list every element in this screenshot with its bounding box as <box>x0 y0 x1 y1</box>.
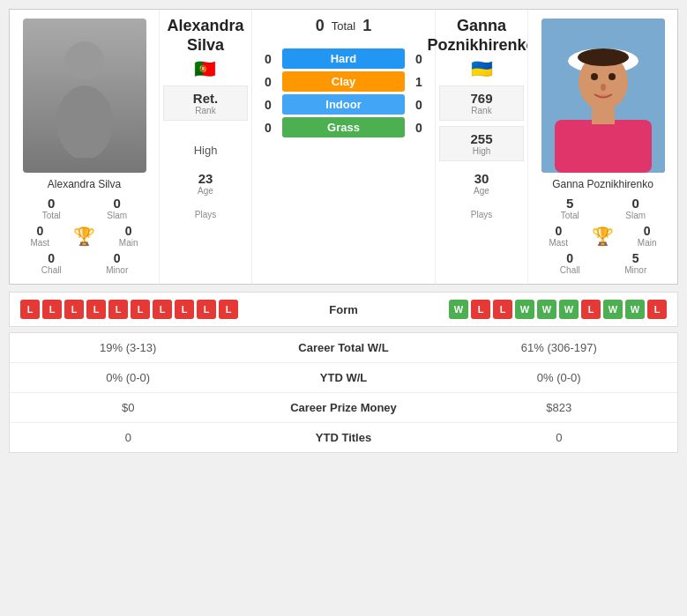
svg-point-5 <box>591 73 598 80</box>
right-minor-value: 5 <box>603 251 669 265</box>
surface-score-right: 0 <box>410 98 428 112</box>
form-badge: W <box>603 300 623 319</box>
surface-row: 0 Hard 0 <box>259 48 428 69</box>
stats-rows-container: 19% (3-13) Career Total W/L 61% (306-197… <box>10 333 677 452</box>
surface-score-left: 0 <box>259 75 277 89</box>
right-player-name: Ganna Poznikhirenko <box>552 178 653 190</box>
form-badge: L <box>493 300 512 319</box>
left-high-label: High <box>167 144 244 157</box>
right-total-label: Total <box>537 211 603 220</box>
left-player-name: Alexandra Silva <box>48 178 121 190</box>
form-badge: L <box>197 300 216 319</box>
surface-row: 0 Indoor 0 <box>259 94 428 115</box>
right-player-svg <box>541 19 665 173</box>
form-badge: W <box>625 300 645 319</box>
right-total-value: 5 <box>537 196 603 211</box>
form-badge: W <box>559 300 579 319</box>
stat-left-value: 0% (0-0) <box>10 363 247 392</box>
right-mast-cell: 0 Mast <box>549 224 568 248</box>
form-badge: L <box>175 300 194 319</box>
surface-score-right: 0 <box>410 121 428 135</box>
form-badge: W <box>515 300 534 319</box>
right-rank-value: 769 <box>444 91 519 106</box>
right-age-value: 30 <box>443 171 520 186</box>
right-slam-cell: 0 Slam <box>603 196 669 220</box>
svg-point-1 <box>56 85 113 158</box>
player-comparison-section: Alexandra Silva 0 Total 0 Slam 0 Mast <box>9 9 678 285</box>
left-stats-row-1: 0 Total 0 Slam <box>19 196 150 220</box>
left-trophy-section: 0 Mast 🏆 0 Main <box>19 224 150 248</box>
right-player-photo <box>541 19 665 173</box>
stats-data-row: 0% (0-0) YTD W/L 0% (0-0) <box>10 363 677 393</box>
form-label: Form <box>329 303 358 316</box>
right-age-label: Age <box>443 186 520 196</box>
right-plays-block: Plays <box>439 205 524 224</box>
stat-right-value: 0 <box>441 423 678 452</box>
trophy-icon-left: 🏆 <box>73 226 95 247</box>
left-rank-value: Ret. <box>168 91 243 106</box>
svg-rect-10 <box>592 107 615 124</box>
right-flag-icon: 🇺🇦 <box>471 58 493 79</box>
right-slam-label: Slam <box>603 211 669 220</box>
left-name-last: Silva <box>187 36 224 54</box>
left-name-flag: Alexandra Silva 🇵🇹 <box>167 17 243 79</box>
left-high-block: High <box>163 126 248 161</box>
form-badge: L <box>108 300 128 319</box>
stats-data-row: 19% (3-13) Career Total W/L 61% (306-197… <box>10 333 677 363</box>
svg-point-0 <box>65 41 104 80</box>
right-chall-minor-row: 0 Chall 5 Minor <box>537 251 668 275</box>
right-plays-label: Plays <box>443 210 520 219</box>
left-minor-label: Minor <box>85 265 151 275</box>
form-badge: L <box>471 300 490 319</box>
svg-rect-9 <box>555 120 652 173</box>
right-slam-value: 0 <box>603 196 669 211</box>
right-high-label: High <box>444 146 519 156</box>
form-badge: L <box>86 300 106 319</box>
right-player-info: Ganna Poznikhirenko 🇺🇦 769 Rank 255 High… <box>435 10 527 284</box>
right-name-flag: Ganna Poznikhirenko 🇺🇦 <box>427 17 535 79</box>
total-score-left: 0 <box>316 17 325 35</box>
right-stats-row-1: 5 Total 0 Slam <box>537 196 668 220</box>
left-mast-label: Mast <box>30 238 49 248</box>
left-main-label: Main <box>119 238 138 248</box>
left-chall-cell: 0 Chall <box>19 251 85 275</box>
stat-center-label: Career Prize Money <box>247 393 441 422</box>
form-badge: L <box>42 300 62 319</box>
left-age-label: Age <box>167 186 244 196</box>
left-total-cell: 0 Total <box>19 196 85 220</box>
form-badge: L <box>581 300 601 319</box>
comparison-wrapper: Alexandra Silva 0 Total 0 Slam 0 Mast <box>10 10 677 284</box>
left-total-value: 0 <box>19 196 85 211</box>
surface-score-left: 0 <box>259 98 277 112</box>
form-badge: W <box>449 300 468 319</box>
surface-btn-grass: Grass <box>282 117 405 137</box>
stats-data-row: $0 Career Prize Money $823 <box>10 393 677 423</box>
left-slam-label: Slam <box>85 211 151 220</box>
stats-data-row: 0 YTD Titles 0 <box>10 423 677 452</box>
surface-rows: 0 Hard 0 0 Clay 1 0 Indoor 0 0 Grass 0 <box>259 46 428 140</box>
total-label: Total <box>332 19 355 33</box>
surface-score-right: 1 <box>410 75 428 89</box>
left-age-value: 23 <box>167 171 244 186</box>
form-badge: L <box>219 300 238 319</box>
stat-left-value: $0 <box>10 393 247 422</box>
left-high-value <box>167 130 244 144</box>
form-badges-right: WLLWWWLWWL <box>449 300 667 319</box>
left-main-value: 0 <box>119 224 138 238</box>
stat-right-value: 0% (0-0) <box>441 363 678 392</box>
surface-btn-hard: Hard <box>282 48 405 69</box>
surface-btn-indoor: Indoor <box>282 94 405 115</box>
surface-score-right: 0 <box>410 52 428 66</box>
left-plays-label: Plays <box>167 210 244 219</box>
svg-point-7 <box>601 84 606 91</box>
right-mast-label: Mast <box>549 238 568 248</box>
main-container: Alexandra Silva 0 Total 0 Slam 0 Mast <box>0 0 687 462</box>
total-score-right: 1 <box>362 17 371 35</box>
stats-table: 19% (3-13) Career Total W/L 61% (306-197… <box>9 332 678 453</box>
left-name-first: Alexandra <box>167 17 243 34</box>
right-chall-value: 0 <box>537 251 603 265</box>
right-rank-block: 769 Rank <box>439 85 524 121</box>
right-minor-label: Minor <box>603 265 669 275</box>
surface-panel: 0 Total 1 0 Hard 0 0 Clay 1 0 Indoor 0 0… <box>252 10 435 284</box>
right-main-label: Main <box>638 238 657 248</box>
